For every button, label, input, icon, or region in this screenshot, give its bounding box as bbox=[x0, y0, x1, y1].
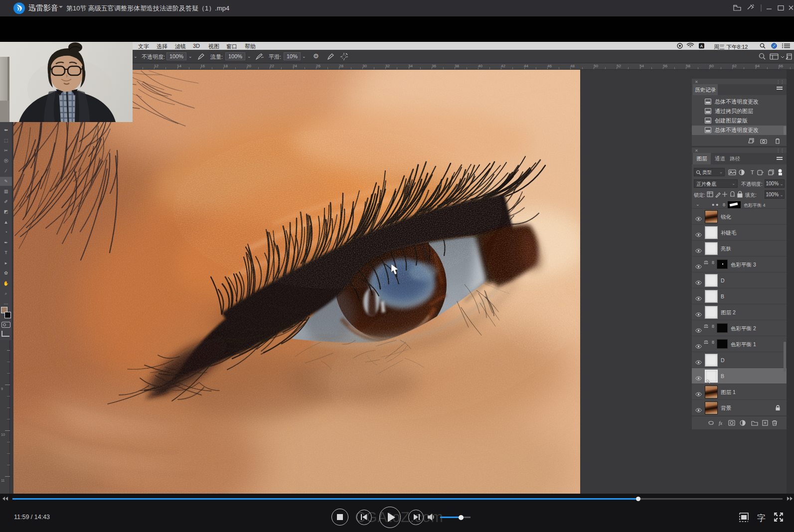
svg-text:fx: fx bbox=[719, 420, 723, 426]
svg-text:T: T bbox=[751, 169, 754, 175]
svg-text:A: A bbox=[700, 44, 703, 48]
